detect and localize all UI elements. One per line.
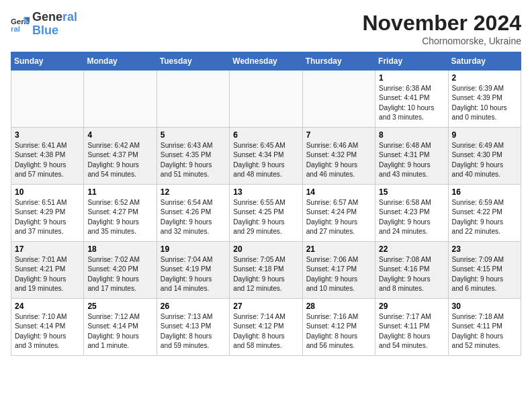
day-info: Sunrise: 7:04 AM Sunset: 4:19 PM Dayligh… <box>161 255 226 293</box>
calendar-day-cell: 3Sunrise: 6:41 AM Sunset: 4:38 PM Daylig… <box>11 128 84 185</box>
day-number: 21 <box>306 244 371 254</box>
calendar-day-cell: 18Sunrise: 7:02 AM Sunset: 4:20 PM Dayli… <box>84 242 157 299</box>
calendar-day-cell: 29Sunrise: 7:17 AM Sunset: 4:11 PM Dayli… <box>375 299 448 356</box>
day-number: 6 <box>233 130 298 140</box>
calendar-day-cell: 27Sunrise: 7:14 AM Sunset: 4:12 PM Dayli… <box>230 299 302 356</box>
month-title: November 2024 <box>362 11 521 36</box>
calendar-day-cell: 20Sunrise: 7:05 AM Sunset: 4:18 PM Dayli… <box>230 242 302 299</box>
day-number: 18 <box>87 244 152 254</box>
calendar-day-cell: 14Sunrise: 6:57 AM Sunset: 4:24 PM Dayli… <box>302 185 375 242</box>
day-info: Sunrise: 6:49 AM Sunset: 4:30 PM Dayligh… <box>452 141 517 179</box>
day-info: Sunrise: 6:46 AM Sunset: 4:32 PM Dayligh… <box>306 141 371 179</box>
day-number: 16 <box>452 187 517 197</box>
logo-text-blue: Blue <box>32 24 77 38</box>
calendar-day-cell: 11Sunrise: 6:52 AM Sunset: 4:27 PM Dayli… <box>84 185 157 242</box>
day-info: Sunrise: 7:10 AM Sunset: 4:14 PM Dayligh… <box>15 312 80 351</box>
day-info: Sunrise: 7:17 AM Sunset: 4:11 PM Dayligh… <box>379 312 444 351</box>
day-number: 26 <box>161 302 226 311</box>
day-number: 30 <box>452 302 517 311</box>
day-number: 2 <box>452 73 517 83</box>
calendar-day-cell: 28Sunrise: 7:16 AM Sunset: 4:12 PM Dayli… <box>302 299 375 356</box>
calendar-day-cell <box>302 71 375 128</box>
calendar-day-cell: 13Sunrise: 6:55 AM Sunset: 4:25 PM Dayli… <box>230 185 302 242</box>
day-number: 25 <box>87 302 152 311</box>
calendar-header-saturday: Saturday <box>448 52 521 71</box>
day-number: 17 <box>15 244 80 254</box>
day-info: Sunrise: 6:42 AM Sunset: 4:37 PM Dayligh… <box>87 141 152 179</box>
day-info: Sunrise: 7:09 AM Sunset: 4:15 PM Dayligh… <box>452 255 517 293</box>
day-number: 22 <box>379 244 444 254</box>
day-number: 7 <box>306 130 371 140</box>
day-number: 28 <box>306 302 371 311</box>
calendar-day-cell: 2Sunrise: 6:39 AM Sunset: 4:39 PM Daylig… <box>448 71 521 128</box>
day-number: 24 <box>15 302 80 311</box>
logo: Gene ral General Blue <box>11 11 77 38</box>
day-info: Sunrise: 7:05 AM Sunset: 4:18 PM Dayligh… <box>233 255 298 293</box>
day-info: Sunrise: 6:55 AM Sunset: 4:25 PM Dayligh… <box>233 198 298 236</box>
calendar-day-cell: 8Sunrise: 6:48 AM Sunset: 4:31 PM Daylig… <box>375 128 448 185</box>
logo-text-general: General <box>32 11 77 24</box>
calendar-day-cell <box>157 71 229 128</box>
calendar-day-cell: 9Sunrise: 6:49 AM Sunset: 4:30 PM Daylig… <box>448 128 521 185</box>
day-number: 27 <box>233 302 298 311</box>
day-info: Sunrise: 7:14 AM Sunset: 4:12 PM Dayligh… <box>233 312 298 351</box>
day-info: Sunrise: 6:57 AM Sunset: 4:24 PM Dayligh… <box>306 198 371 236</box>
day-number: 11 <box>87 187 152 197</box>
day-number: 29 <box>379 302 444 311</box>
calendar-week-row: 24Sunrise: 7:10 AM Sunset: 4:14 PM Dayli… <box>11 299 521 356</box>
day-info: Sunrise: 7:06 AM Sunset: 4:17 PM Dayligh… <box>306 255 371 293</box>
calendar-day-cell: 25Sunrise: 7:12 AM Sunset: 4:14 PM Dayli… <box>84 299 157 356</box>
calendar-header-row: SundayMondayTuesdayWednesdayThursdayFrid… <box>11 52 521 71</box>
calendar-day-cell: 5Sunrise: 6:43 AM Sunset: 4:35 PM Daylig… <box>157 128 229 185</box>
day-info: Sunrise: 6:48 AM Sunset: 4:31 PM Dayligh… <box>379 141 444 179</box>
day-info: Sunrise: 7:02 AM Sunset: 4:20 PM Dayligh… <box>87 255 152 293</box>
calendar-header-thursday: Thursday <box>302 52 375 71</box>
calendar-day-cell: 4Sunrise: 6:42 AM Sunset: 4:37 PM Daylig… <box>84 128 157 185</box>
title-block: November 2024 Chornomorske, Ukraine <box>362 11 521 46</box>
calendar-header-tuesday: Tuesday <box>157 52 229 71</box>
calendar-week-row: 10Sunrise: 6:51 AM Sunset: 4:29 PM Dayli… <box>11 185 521 242</box>
day-info: Sunrise: 6:58 AM Sunset: 4:23 PM Dayligh… <box>379 198 444 236</box>
day-info: Sunrise: 7:13 AM Sunset: 4:13 PM Dayligh… <box>161 312 226 351</box>
calendar-header-wednesday: Wednesday <box>230 52 302 71</box>
calendar-day-cell: 10Sunrise: 6:51 AM Sunset: 4:29 PM Dayli… <box>11 185 84 242</box>
day-info: Sunrise: 7:12 AM Sunset: 4:14 PM Dayligh… <box>87 312 152 351</box>
calendar-day-cell: 17Sunrise: 7:01 AM Sunset: 4:21 PM Dayli… <box>11 242 84 299</box>
calendar-day-cell <box>11 71 84 128</box>
calendar-day-cell <box>84 71 157 128</box>
day-number: 14 <box>306 187 371 197</box>
day-info: Sunrise: 6:54 AM Sunset: 4:26 PM Dayligh… <box>161 198 226 236</box>
location-subtitle: Chornomorske, Ukraine <box>362 36 521 46</box>
calendar-day-cell: 26Sunrise: 7:13 AM Sunset: 4:13 PM Dayli… <box>157 299 229 356</box>
day-info: Sunrise: 6:45 AM Sunset: 4:34 PM Dayligh… <box>233 141 298 179</box>
page-header: Gene ral General Blue November 2024 Chor… <box>11 11 521 46</box>
calendar-header-friday: Friday <box>375 52 448 71</box>
day-number: 10 <box>15 187 80 197</box>
day-info: Sunrise: 7:18 AM Sunset: 4:11 PM Dayligh… <box>452 312 517 351</box>
calendar-day-cell: 6Sunrise: 6:45 AM Sunset: 4:34 PM Daylig… <box>230 128 302 185</box>
calendar-day-cell: 23Sunrise: 7:09 AM Sunset: 4:15 PM Dayli… <box>448 242 521 299</box>
day-info: Sunrise: 6:43 AM Sunset: 4:35 PM Dayligh… <box>161 141 226 179</box>
day-number: 19 <box>161 244 226 254</box>
day-info: Sunrise: 6:38 AM Sunset: 4:41 PM Dayligh… <box>379 84 444 122</box>
day-number: 9 <box>452 130 517 140</box>
calendar-header-sunday: Sunday <box>11 52 84 71</box>
day-info: Sunrise: 7:08 AM Sunset: 4:16 PM Dayligh… <box>379 255 444 293</box>
calendar-day-cell: 1Sunrise: 6:38 AM Sunset: 4:41 PM Daylig… <box>375 71 448 128</box>
calendar-week-row: 1Sunrise: 6:38 AM Sunset: 4:41 PM Daylig… <box>11 71 521 128</box>
day-number: 20 <box>233 244 298 254</box>
calendar-table: SundayMondayTuesdayWednesdayThursdayFrid… <box>11 52 521 356</box>
calendar-day-cell: 7Sunrise: 6:46 AM Sunset: 4:32 PM Daylig… <box>302 128 375 185</box>
day-info: Sunrise: 6:52 AM Sunset: 4:27 PM Dayligh… <box>87 198 152 236</box>
logo-icon: Gene ral <box>11 15 30 34</box>
day-number: 8 <box>379 130 444 140</box>
calendar-week-row: 17Sunrise: 7:01 AM Sunset: 4:21 PM Dayli… <box>11 242 521 299</box>
day-number: 1 <box>379 73 444 83</box>
calendar-day-cell: 30Sunrise: 7:18 AM Sunset: 4:11 PM Dayli… <box>448 299 521 356</box>
day-number: 12 <box>161 187 226 197</box>
day-number: 15 <box>379 187 444 197</box>
calendar-day-cell: 24Sunrise: 7:10 AM Sunset: 4:14 PM Dayli… <box>11 299 84 356</box>
calendar-day-cell: 15Sunrise: 6:58 AM Sunset: 4:23 PM Dayli… <box>375 185 448 242</box>
day-info: Sunrise: 7:01 AM Sunset: 4:21 PM Dayligh… <box>15 255 80 293</box>
day-number: 13 <box>233 187 298 197</box>
